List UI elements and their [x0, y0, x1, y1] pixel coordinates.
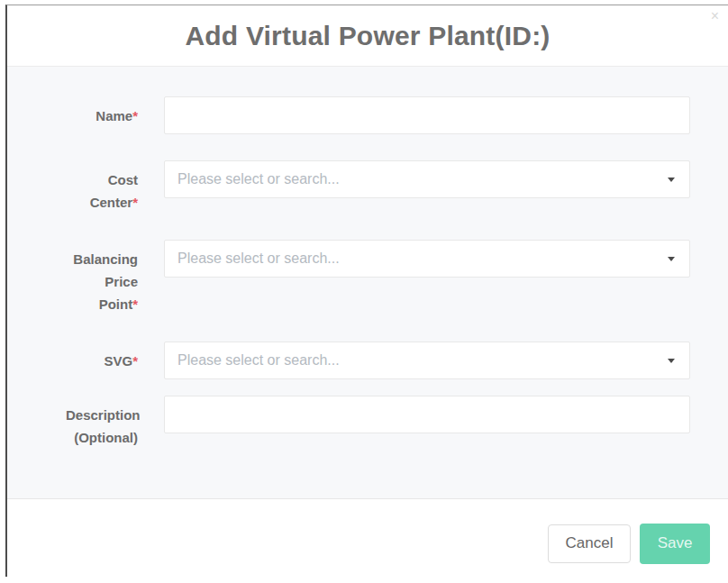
save-button[interactable]: Save: [640, 524, 710, 564]
required-asterisk: *: [132, 296, 138, 312]
svg-label-text: SVG: [104, 353, 132, 369]
form-row-cost-center: Cost Center* Please select or search...: [66, 160, 690, 214]
balancing-price-point-field-wrap: Please select or search...: [164, 240, 690, 278]
page-title: Add Virtual Power Plant(ID:): [185, 21, 550, 51]
page-background: Add Virtual Power Plant(ID:) × Name* Cos…: [0, 0, 728, 583]
balancing-price-point-select[interactable]: Please select or search...: [164, 240, 690, 278]
required-asterisk: *: [132, 195, 138, 210]
description-label-text: Description (Optional): [66, 407, 141, 445]
select-placeholder: Please select or search...: [177, 251, 340, 267]
cost-center-select[interactable]: Please select or search...: [164, 160, 690, 198]
name-label: Name*: [66, 96, 138, 127]
form-row-balancing-price-point: Balancing Price Point* Please select or …: [66, 240, 690, 315]
cost-center-label-text: Cost Center: [90, 172, 138, 210]
form-row-name: Name*: [66, 96, 690, 134]
form-row-description: Description (Optional): [66, 396, 690, 449]
close-icon[interactable]: ×: [711, 9, 719, 23]
description-field-wrap: [164, 396, 690, 433]
select-placeholder: Please select or search...: [177, 171, 340, 187]
form-row-svg: SVG* Please select or search...: [66, 342, 690, 379]
modal-header: Add Virtual Power Plant(ID:) ×: [7, 5, 728, 66]
svg-select[interactable]: Please select or search...: [164, 342, 690, 379]
chevron-down-icon: [668, 359, 675, 363]
svg-label: SVG*: [66, 342, 138, 372]
description-label: Description (Optional): [66, 396, 138, 449]
required-asterisk: *: [132, 108, 138, 123]
name-label-text: Name: [96, 108, 132, 123]
select-placeholder: Please select or search...: [177, 352, 340, 369]
cost-center-field-wrap: Please select or search...: [164, 160, 690, 198]
name-field-wrap: [164, 96, 690, 134]
name-input[interactable]: [164, 96, 690, 134]
add-virtual-power-plant-modal: Add Virtual Power Plant(ID:) × Name* Cos…: [5, 5, 728, 577]
balancing-price-point-label: Balancing Price Point*: [66, 240, 138, 315]
description-input[interactable]: [164, 396, 690, 433]
cancel-button[interactable]: Cancel: [548, 524, 631, 563]
cost-center-label: Cost Center*: [66, 160, 138, 214]
required-asterisk: *: [132, 353, 138, 369]
chevron-down-icon: [668, 178, 675, 182]
balancing-price-point-label-text: Balancing Price Point: [73, 251, 138, 312]
chevron-down-icon: [668, 257, 675, 261]
modal-body: Name* Cost Center* Please select or sear…: [7, 66, 728, 499]
svg-field-wrap: Please select or search...: [164, 342, 690, 379]
modal-footer: Cancel Save: [7, 499, 728, 577]
